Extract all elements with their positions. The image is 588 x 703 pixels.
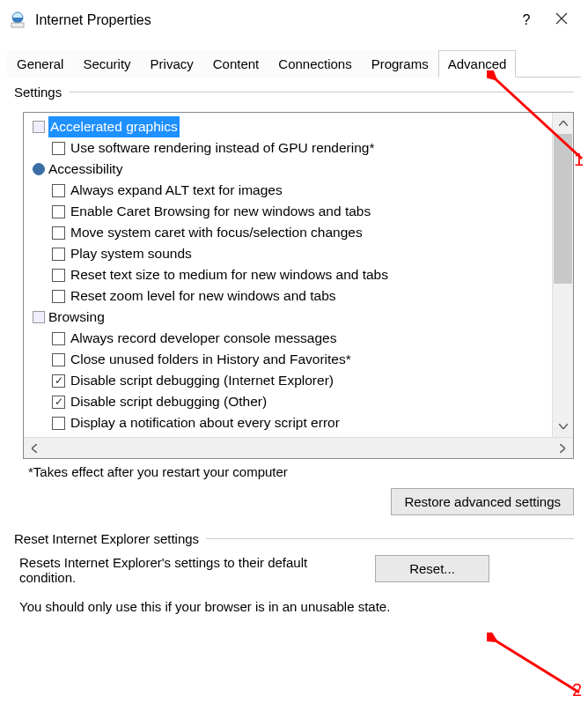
- tree-item-label: Play system sounds: [70, 243, 192, 264]
- checkbox[interactable]: [52, 353, 65, 366]
- svg-rect-1: [11, 23, 24, 27]
- tree-item-label: Always expand ALT text for images: [70, 180, 283, 201]
- category-icon: [33, 163, 45, 175]
- reset-warning: You should only use this if your browser…: [19, 599, 574, 614]
- checkbox[interactable]: [52, 248, 65, 261]
- tree-item[interactable]: Reset text size to medium for new window…: [29, 264, 552, 285]
- divider: [206, 538, 574, 539]
- tab-strip: General Security Privacy Content Connect…: [7, 49, 581, 78]
- tab-content[interactable]: Content: [203, 50, 269, 78]
- tab-advanced[interactable]: Advanced: [438, 50, 517, 78]
- tab-privacy[interactable]: Privacy: [141, 50, 203, 78]
- reset-button[interactable]: Reset...: [375, 555, 489, 582]
- restore-advanced-button[interactable]: Restore advanced settings: [391, 488, 574, 515]
- checkbox[interactable]: [52, 290, 65, 303]
- scroll-thumb[interactable]: [554, 134, 572, 284]
- tree-item-label: Display a notification about every scrip…: [70, 412, 340, 433]
- annotation-number-1: 1: [574, 150, 584, 170]
- tree-item[interactable]: Close unused folders in History and Favo…: [29, 349, 552, 370]
- category-label: Browsing: [48, 307, 105, 328]
- tree-item[interactable]: Reset zoom level for new windows and tab…: [29, 285, 552, 307]
- tab-connections[interactable]: Connections: [268, 50, 361, 78]
- scroll-left-icon[interactable]: [24, 438, 45, 459]
- scroll-down-icon[interactable]: [553, 416, 574, 437]
- tree-item-label: Close unused folders in History and Favo…: [70, 349, 351, 370]
- tree-item[interactable]: Play system sounds: [29, 243, 552, 264]
- tab-security[interactable]: Security: [73, 50, 140, 78]
- settings-tree: Accelerated graphics Use software render…: [23, 112, 574, 459]
- tree-item[interactable]: Always record developer console messages: [29, 328, 552, 349]
- tree-item[interactable]: Disable script debugging (Internet Explo…: [29, 370, 552, 391]
- scroll-up-icon[interactable]: [553, 113, 574, 134]
- checkbox[interactable]: [52, 332, 65, 345]
- tree-category[interactable]: Accessibility: [29, 159, 552, 180]
- checkbox[interactable]: [52, 396, 65, 409]
- tree-item[interactable]: Display a notification about every scrip…: [29, 412, 552, 433]
- reset-group: Reset Internet Explorer settings Resets …: [14, 531, 574, 614]
- category-label: Accelerated graphics: [48, 116, 180, 137]
- horizontal-scrollbar[interactable]: [24, 437, 573, 458]
- window-title: Internet Properties: [35, 12, 509, 28]
- category-icon: [33, 121, 45, 133]
- scroll-right-icon[interactable]: [552, 438, 573, 459]
- checkbox[interactable]: [52, 184, 65, 197]
- vertical-scrollbar[interactable]: [552, 113, 573, 437]
- app-icon: [9, 11, 26, 29]
- tree-item-label: Reset zoom level for new windows and tab…: [70, 285, 336, 307]
- tree-category[interactable]: Browsing: [29, 307, 552, 328]
- scroll-track-h[interactable]: [45, 438, 552, 458]
- tree-item-label: Move system caret with focus/selection c…: [70, 222, 363, 243]
- checkbox[interactable]: [52, 226, 65, 240]
- settings-label: Settings: [14, 85, 62, 100]
- reset-group-label: Reset Internet Explorer settings: [14, 531, 199, 546]
- tree-item-label: Disable script debugging (Internet Explo…: [70, 370, 334, 391]
- tab-general[interactable]: General: [7, 50, 73, 78]
- divider: [69, 92, 574, 92]
- tree-item[interactable]: Move system caret with focus/selection c…: [29, 222, 552, 243]
- tree-item-label: Use software rendering instead of GPU re…: [70, 137, 375, 159]
- tree-item[interactable]: Enable Caret Browsing for new windows an…: [29, 201, 552, 222]
- settings-group: Settings Accelerated graphics Use softwa…: [14, 85, 574, 515]
- checkbox[interactable]: [52, 269, 65, 282]
- category-label: Accessibility: [48, 159, 122, 180]
- checkbox[interactable]: [52, 142, 65, 155]
- reset-description: Resets Internet Explorer's settings to t…: [19, 555, 363, 585]
- tree-item-label: Always record developer console messages: [70, 328, 336, 349]
- tree-item-label: Enable Caret Browsing for new windows an…: [70, 201, 371, 222]
- restart-footnote: *Takes effect after you restart your com…: [28, 464, 574, 479]
- title-bar: Internet Properties ?: [0, 0, 588, 41]
- settings-tree-content[interactable]: Accelerated graphics Use software render…: [24, 113, 552, 437]
- tree-item[interactable]: Always expand ALT text for images: [29, 180, 552, 201]
- tree-item[interactable]: Use software rendering instead of GPU re…: [29, 137, 552, 159]
- tree-item-label: Disable script debugging (Other): [70, 391, 267, 412]
- tree-category[interactable]: Accelerated graphics: [29, 116, 552, 137]
- help-button[interactable]: ?: [509, 12, 544, 28]
- close-button[interactable]: [544, 12, 579, 28]
- tab-programs[interactable]: Programs: [362, 50, 438, 78]
- checkbox[interactable]: [52, 417, 65, 430]
- scroll-track[interactable]: [553, 134, 573, 416]
- tree-item[interactable]: Disable script debugging (Other): [29, 391, 552, 412]
- category-icon: [33, 311, 45, 323]
- checkbox[interactable]: [52, 205, 65, 218]
- tree-item-label: Reset text size to medium for new window…: [70, 264, 388, 285]
- svg-line-3: [494, 640, 579, 692]
- annotation-number-2: 2: [572, 680, 582, 700]
- checkbox[interactable]: [52, 374, 65, 388]
